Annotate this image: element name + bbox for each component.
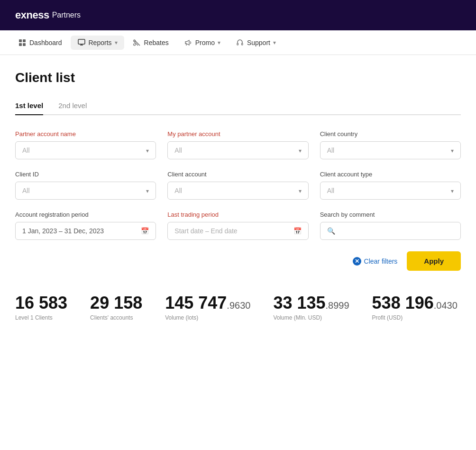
input-search-by-comment[interactable]: 🔍: [320, 222, 461, 240]
main-nav: Dashboard Reports Rebates: [0, 30, 476, 55]
apply-button[interactable]: Apply: [407, 251, 461, 271]
tabs-container: 1st level 2nd level: [15, 97, 461, 115]
svg-rect-2: [19, 43, 22, 46]
clear-filters-button[interactable]: ✕ Clear filters: [353, 257, 398, 266]
stat-profit-usd: 538 196.0430 Profit (USD): [372, 294, 458, 321]
filter-search-by-comment: Search by comment 🔍: [320, 211, 461, 240]
svg-rect-4: [78, 39, 85, 44]
label-client-account: Client account: [167, 171, 308, 178]
select-client-country[interactable]: All: [320, 141, 461, 159]
input-account-registration-period-value: 1 Jan, 2023 – 31 Dec, 2023: [22, 227, 104, 235]
filter-grid: Partner account name All My partner acco…: [15, 130, 461, 240]
svg-rect-3: [23, 43, 26, 46]
svg-rect-0: [19, 39, 22, 42]
scissors-icon: [133, 38, 141, 47]
stat-clients-accounts-value: 29 158: [90, 294, 142, 312]
page-title: Client list: [15, 70, 461, 85]
svg-rect-1: [23, 39, 26, 42]
stat-clients-accounts: 29 158 Clients' accounts: [90, 294, 142, 321]
filter-client-id: Client ID All: [15, 171, 156, 200]
filter-last-trading-period: Last trading period Start date – End dat…: [167, 211, 308, 240]
label-partner-account-name: Partner account name: [15, 130, 156, 138]
headphone-icon: [236, 38, 244, 47]
logo[interactable]: exness Partners: [15, 9, 81, 21]
stat-clients-accounts-label: Clients' accounts: [90, 314, 142, 321]
select-client-account-type[interactable]: All: [320, 182, 461, 200]
nav-label-dashboard: Dashboard: [29, 39, 62, 46]
label-last-trading-period: Last trading period: [167, 211, 308, 218]
nav-label-support: Support: [247, 39, 270, 46]
filter-account-registration-period: Account registration period 1 Jan, 2023 …: [15, 211, 156, 240]
filter-client-account-type: Client account type All: [320, 171, 461, 200]
label-client-country: Client country: [320, 130, 461, 138]
calendar-icon-registration: [141, 227, 149, 235]
select-client-country-value: All: [327, 147, 335, 154]
chevron-my-partner-account: [299, 147, 302, 154]
nav-item-reports[interactable]: Reports: [71, 36, 124, 50]
select-client-id-value: All: [22, 187, 30, 194]
input-last-trading-period[interactable]: Start date – End date: [167, 222, 308, 240]
stat-profit-usd-label: Profit (USD): [372, 314, 458, 321]
stat-level1-clients-value: 16 583: [15, 294, 67, 312]
chevron-partner-account-name: [146, 147, 149, 154]
nav-item-promo[interactable]: Promo: [177, 36, 227, 50]
nav-item-support[interactable]: Support: [229, 36, 283, 50]
select-client-account[interactable]: All: [167, 182, 308, 200]
tab-2nd-level[interactable]: 2nd level: [58, 97, 87, 115]
nav-item-dashboard[interactable]: Dashboard: [11, 36, 69, 50]
search-icon: 🔍: [327, 227, 335, 235]
svg-rect-13: [241, 43, 243, 45]
stat-profit-usd-value: 538 196.0430: [372, 294, 458, 312]
filter-partner-account-name: Partner account name All: [15, 130, 156, 159]
select-client-account-type-value: All: [327, 187, 335, 194]
megaphone-icon: [184, 38, 192, 47]
promo-chevron-icon: [218, 39, 220, 46]
stat-volume-lots-label: Volume (lots): [165, 314, 250, 321]
select-client-account-value: All: [174, 187, 182, 194]
logo-exness: exness: [15, 9, 49, 21]
stat-volume-mln-usd-label: Volume (Mln. USD): [273, 314, 349, 321]
label-my-partner-account: My partner account: [167, 130, 308, 138]
nav-item-rebates[interactable]: Rebates: [126, 36, 175, 50]
select-my-partner-account[interactable]: All: [167, 141, 308, 159]
input-account-registration-period[interactable]: 1 Jan, 2023 – 31 Dec, 2023: [15, 222, 156, 240]
input-last-trading-period-value: Start date – End date: [174, 227, 237, 235]
filter-client-account: Client account All: [167, 171, 308, 200]
nav-label-reports: Reports: [89, 39, 112, 46]
logo-partners: Partners: [52, 11, 81, 19]
label-account-registration-period: Account registration period: [15, 211, 156, 218]
stat-volume-mln-usd: 33 135.8999 Volume (Mln. USD): [273, 294, 349, 321]
select-partner-account-name[interactable]: All: [15, 141, 156, 159]
tab-1st-level[interactable]: 1st level: [15, 97, 43, 115]
top-navbar: exness Partners: [0, 0, 476, 30]
svg-rect-12: [237, 43, 238, 45]
page-content: Client list 1st level 2nd level Partner …: [0, 55, 476, 340]
stat-volume-mln-usd-value: 33 135.8999: [273, 294, 349, 312]
select-my-partner-account-value: All: [174, 147, 182, 154]
stat-volume-lots-value: 145 747.9630: [165, 294, 250, 312]
stat-level1-clients: 16 583 Level 1 Clients: [15, 294, 67, 321]
filter-client-country: Client country All: [320, 130, 461, 159]
support-chevron-icon: [273, 39, 276, 46]
grid-icon: [18, 38, 27, 47]
chevron-client-id: [146, 187, 149, 194]
chevron-client-account: [299, 187, 302, 194]
chevron-client-country: [451, 147, 454, 154]
svg-point-10: [133, 44, 135, 46]
label-search-by-comment: Search by comment: [320, 211, 461, 218]
stat-volume-lots: 145 747.9630 Volume (lots): [165, 294, 250, 321]
select-partner-account-name-value: All: [22, 147, 30, 154]
stat-level1-clients-label: Level 1 Clients: [15, 314, 67, 321]
chevron-client-account-type: [451, 187, 454, 194]
reports-chevron-icon: [115, 39, 118, 46]
label-client-account-type: Client account type: [320, 171, 461, 178]
clear-filters-icon: ✕: [353, 257, 361, 266]
calendar-icon-trading: [293, 227, 302, 235]
nav-label-promo: Promo: [195, 39, 215, 46]
monitor-icon: [77, 38, 86, 47]
stats-row: 16 583 Level 1 Clients 29 158 Clients' a…: [15, 290, 461, 321]
action-row: ✕ Clear filters Apply: [15, 251, 461, 271]
filter-my-partner-account: My partner account All: [167, 130, 308, 159]
nav-label-rebates: Rebates: [144, 39, 169, 46]
select-client-id[interactable]: All: [15, 182, 156, 200]
